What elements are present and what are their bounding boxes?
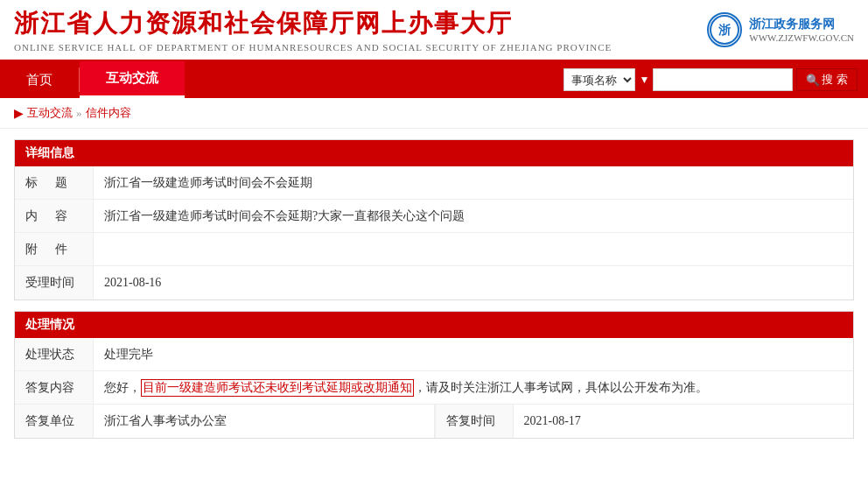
gov-logo-icon: 浙: [707, 12, 742, 47]
process-value-status: 处理完毕: [94, 338, 853, 370]
detail-section-body: 标 题 浙江省一级建造师考试时间会不会延期 内 容 浙江省一级建造师考试时间会不…: [15, 166, 853, 299]
breadcrumb-item-interaction[interactable]: 互动交流: [27, 105, 73, 121]
site-title-english: ONLINE SERVICE HALL OF DEPARTMENT OF HUM…: [14, 42, 612, 53]
detail-row-time: 受理时间 2021-08-16: [15, 266, 853, 299]
process-row-unit-time: 答复单位 浙江省人事考试办公室 答复时间 2021-08-17: [15, 405, 853, 438]
detail-row-attachment: 附 件: [15, 233, 853, 266]
detail-label-title: 标 题: [15, 166, 94, 199]
detail-section-header: 详细信息: [15, 140, 853, 166]
breadcrumb-arrow-icon: ▶: [14, 106, 24, 121]
process-section: 处理情况 处理状态 处理完毕 答复内容 您好，目前一级建造师考试还未收到考试延期…: [14, 311, 854, 439]
nav-item-home[interactable]: 首页: [0, 61, 79, 98]
header-left: 浙江省人力资源和社会保障厅网上办事大厅 ONLINE SERVICE HALL …: [14, 7, 612, 53]
detail-row-content: 内 容 浙江省一级建造师考试时间会不会延期?大家一直都很关心这个问题: [15, 200, 853, 233]
process-value-unit: 浙江省人事考试办公室: [94, 405, 434, 438]
process-row-status: 处理状态 处理完毕: [15, 338, 853, 371]
detail-value-title: 浙江省一级建造师考试时间会不会延期: [94, 166, 853, 199]
detail-row-title: 标 题 浙江省一级建造师考试时间会不会延期: [15, 166, 853, 200]
main-nav: 首页 互动交流 事项名称 ▼ 🔍 搜 索: [0, 61, 868, 98]
gov-site-name: 浙江政务服务网: [749, 17, 854, 32]
process-col-unit: 答复单位 浙江省人事考试办公室: [15, 405, 435, 438]
process-section-header: 处理情况: [15, 312, 853, 338]
process-label-reply: 答复内容: [15, 371, 94, 404]
site-title-chinese: 浙江省人力资源和社会保障厅网上办事大厅: [14, 7, 612, 40]
detail-section: 详细信息 标 题 浙江省一级建造师考试时间会不会延期 内 容 浙江省一级建造师考…: [14, 139, 854, 300]
search-input[interactable]: [653, 68, 793, 91]
detail-value-attachment: [94, 233, 853, 265]
process-section-body: 处理状态 处理完毕 答复内容 您好，目前一级建造师考试还未收到考试延期或改期通知…: [15, 338, 853, 438]
gov-site-url: WWW.ZJZWFW.GOV.CN: [749, 32, 854, 43]
detail-label-content: 内 容: [15, 200, 94, 232]
search-icon: 🔍: [806, 74, 820, 87]
svg-text:浙: 浙: [718, 23, 732, 37]
process-label-status: 处理状态: [15, 338, 94, 370]
breadcrumb-separator: »: [76, 106, 82, 120]
detail-label-time: 受理时间: [15, 266, 94, 299]
chevron-down-icon: ▼: [639, 74, 649, 87]
process-value-reply: 您好，目前一级建造师考试还未收到考试延期或改期通知，请及时关注浙江人事考试网，具…: [94, 371, 853, 404]
nav-search-area: 事项名称 ▼ 🔍 搜 索: [564, 68, 868, 91]
reply-highlight: 目前一级建造师考试还未收到考试延期或改期通知: [141, 379, 414, 397]
detail-value-content: 浙江省一级建造师考试时间会不会延期?大家一直都很关心这个问题: [94, 200, 853, 232]
process-value-reply-time: 2021-08-17: [514, 405, 854, 438]
page-header: 浙江省人力资源和社会保障厅网上办事大厅 ONLINE SERVICE HALL …: [0, 0, 868, 61]
process-label-reply-time: 答复时间: [435, 405, 514, 438]
nav-item-interaction[interactable]: 互动交流: [80, 61, 185, 98]
gov-site-info: 浙江政务服务网 WWW.ZJZWFW.GOV.CN: [749, 17, 854, 43]
process-label-unit: 答复单位: [15, 405, 94, 438]
detail-label-attachment: 附 件: [15, 233, 94, 265]
search-button[interactable]: 🔍 搜 索: [796, 68, 858, 91]
breadcrumb-item-letter: 信件内容: [86, 105, 131, 121]
search-category-select[interactable]: 事项名称: [564, 68, 635, 91]
breadcrumb: ▶ 互动交流 » 信件内容: [0, 98, 868, 129]
process-col-reply-time: 答复时间 2021-08-17: [435, 405, 854, 438]
detail-value-time: 2021-08-16: [94, 266, 853, 299]
process-row-reply: 答复内容 您好，目前一级建造师考试还未收到考试延期或改期通知，请及时关注浙江人事…: [15, 371, 853, 405]
header-right: 浙 浙江政务服务网 WWW.ZJZWFW.GOV.CN: [707, 12, 854, 47]
